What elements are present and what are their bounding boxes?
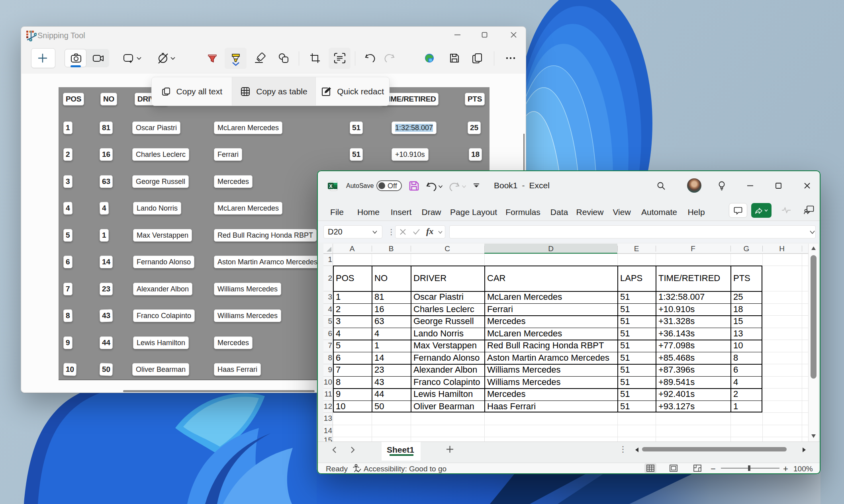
svg-text:X: X: [329, 184, 332, 189]
